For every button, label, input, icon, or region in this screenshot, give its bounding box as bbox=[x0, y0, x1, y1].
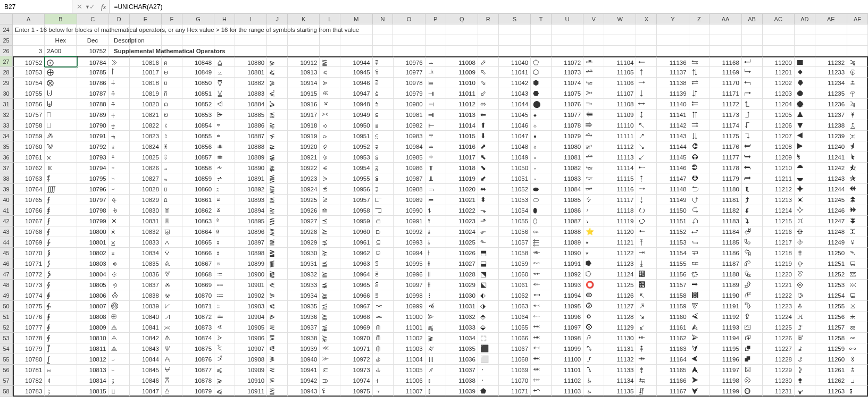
cell[interactable]: 11251 bbox=[815, 258, 847, 269]
cell[interactable]: 11141 bbox=[657, 110, 689, 120]
cell[interactable] bbox=[130, 24, 162, 35]
cell[interactable] bbox=[340, 35, 372, 46]
cell[interactable]: ⨁ bbox=[45, 67, 77, 78]
cell[interactable]: ⨌ bbox=[45, 184, 77, 195]
cell[interactable]: 11003 bbox=[394, 343, 425, 354]
cell[interactable]: ⨽ bbox=[109, 365, 130, 375]
cell[interactable] bbox=[552, 24, 583, 35]
row-header[interactable]: 58 bbox=[0, 386, 13, 397]
cell[interactable]: 11209 bbox=[763, 152, 795, 163]
cell[interactable]: 10985 bbox=[394, 152, 425, 163]
cell[interactable]: 10891 bbox=[235, 173, 267, 184]
cell[interactable]: 11056 bbox=[499, 226, 531, 237]
cell[interactable]: 10786 bbox=[77, 78, 109, 88]
row-header[interactable]: 41 bbox=[0, 205, 13, 216]
row-header[interactable]: 39 bbox=[0, 184, 13, 195]
cell[interactable]: 11097 bbox=[552, 322, 583, 333]
cell[interactable]: 10967 bbox=[340, 301, 372, 312]
cell[interactable]: 11032 bbox=[446, 312, 478, 322]
cell[interactable]: ⫐ bbox=[373, 226, 394, 237]
cell[interactable]: ⯨ bbox=[847, 141, 868, 152]
cell[interactable]: 10944 bbox=[340, 56, 372, 67]
cell[interactable]: ⬻ bbox=[531, 343, 552, 354]
cell[interactable]: 10996 bbox=[394, 269, 425, 280]
cell[interactable]: 10833 bbox=[130, 237, 162, 248]
cell[interactable]: 10820 bbox=[130, 99, 162, 110]
cell[interactable]: 10800 bbox=[77, 226, 109, 237]
cell[interactable]: ⩱ bbox=[214, 237, 235, 248]
cell[interactable]: 11084 bbox=[552, 184, 583, 195]
cell[interactable] bbox=[320, 24, 340, 35]
cell[interactable]: ⬐ bbox=[478, 226, 499, 237]
cell[interactable]: ⭎ bbox=[583, 205, 604, 216]
row-header[interactable]: 44 bbox=[0, 237, 13, 248]
cell[interactable]: 10978 bbox=[394, 78, 425, 88]
cell[interactable]: 11182 bbox=[710, 205, 742, 216]
cell[interactable]: ⪮ bbox=[320, 205, 340, 216]
cell[interactable]: 10847 bbox=[130, 386, 162, 397]
cell[interactable]: 11151 bbox=[657, 216, 689, 226]
cell[interactable]: 10883 bbox=[235, 88, 267, 99]
cell[interactable]: 10779 bbox=[13, 343, 45, 354]
cell[interactable]: ⫘ bbox=[373, 312, 394, 322]
cell[interactable]: ⮯ bbox=[742, 216, 763, 226]
column-header-P[interactable]: P bbox=[425, 14, 446, 24]
cell[interactable]: 10816 bbox=[130, 56, 162, 67]
cell[interactable]: 10828 bbox=[130, 184, 162, 195]
cell[interactable]: 11014 bbox=[446, 120, 478, 131]
cell[interactable]: 10956 bbox=[340, 184, 372, 195]
cell[interactable]: 11200 bbox=[763, 56, 795, 67]
cell[interactable]: ⪷ bbox=[320, 301, 340, 312]
cell[interactable]: ⫴ bbox=[425, 269, 446, 280]
cell[interactable]: ⬡ bbox=[531, 67, 552, 78]
cell[interactable] bbox=[795, 46, 815, 56]
cell[interactable]: 10821 bbox=[130, 110, 162, 120]
cell[interactable]: ⪉ bbox=[267, 152, 288, 163]
cell[interactable]: 11022 bbox=[446, 205, 478, 216]
cell[interactable]: ⯃ bbox=[795, 88, 815, 99]
cell[interactable]: 11210 bbox=[763, 163, 795, 173]
cell[interactable]: ⩎ bbox=[162, 205, 182, 216]
cell[interactable]: 10913 bbox=[288, 67, 320, 78]
cell[interactable]: ⫗ bbox=[373, 301, 394, 312]
cell[interactable]: ⩠ bbox=[214, 56, 235, 67]
cell[interactable]: 10966 bbox=[340, 290, 372, 301]
cell[interactable]: ⬵ bbox=[531, 280, 552, 290]
cell[interactable]: ⨵ bbox=[109, 280, 130, 290]
cell[interactable] bbox=[425, 46, 446, 56]
cell[interactable]: 11239 bbox=[815, 131, 847, 141]
cell[interactable]: ⪝ bbox=[267, 365, 288, 375]
cell[interactable]: ⯈ bbox=[795, 141, 815, 152]
cell[interactable]: ⪑ bbox=[267, 237, 288, 248]
cell[interactable] bbox=[182, 46, 214, 56]
cell[interactable]: ⬪ bbox=[531, 163, 552, 173]
cell[interactable]: 10925 bbox=[288, 195, 320, 205]
cell[interactable]: ⯼ bbox=[847, 354, 868, 365]
cell[interactable]: ⭿ bbox=[636, 386, 657, 397]
cell[interactable]: ⮽ bbox=[742, 365, 763, 375]
cell[interactable] bbox=[340, 24, 372, 35]
cell[interactable]: ⭸ bbox=[636, 312, 657, 322]
cell[interactable]: ⬏ bbox=[478, 216, 499, 226]
cell[interactable]: 10843 bbox=[130, 343, 162, 354]
cell[interactable]: 10776 bbox=[13, 312, 45, 322]
column-header-AD[interactable]: AD bbox=[795, 14, 815, 24]
cell[interactable]: ⫍ bbox=[373, 195, 394, 205]
cell[interactable] bbox=[742, 35, 763, 46]
column-header-O[interactable]: O bbox=[393, 14, 425, 24]
cell[interactable]: ⭰ bbox=[636, 226, 657, 237]
cell[interactable]: ⭛ bbox=[583, 343, 604, 354]
cell[interactable]: 11062 bbox=[499, 290, 531, 301]
cell[interactable]: 11057 bbox=[499, 237, 531, 248]
cell[interactable]: 11044 bbox=[499, 99, 531, 110]
cell[interactable]: 11034 bbox=[446, 333, 478, 343]
cell[interactable]: ⩝ bbox=[162, 365, 182, 375]
cell[interactable]: ⭽ bbox=[636, 365, 657, 375]
row-header[interactable]: 33 bbox=[0, 120, 13, 131]
cell[interactable]: ⪍ bbox=[267, 195, 288, 205]
column-header-W[interactable]: W bbox=[604, 14, 636, 24]
cell[interactable]: ⯁ bbox=[795, 67, 815, 78]
cell[interactable]: ⯣ bbox=[847, 88, 868, 99]
cell[interactable]: ⩨ bbox=[214, 141, 235, 152]
cell[interactable]: ⨟ bbox=[45, 386, 77, 397]
